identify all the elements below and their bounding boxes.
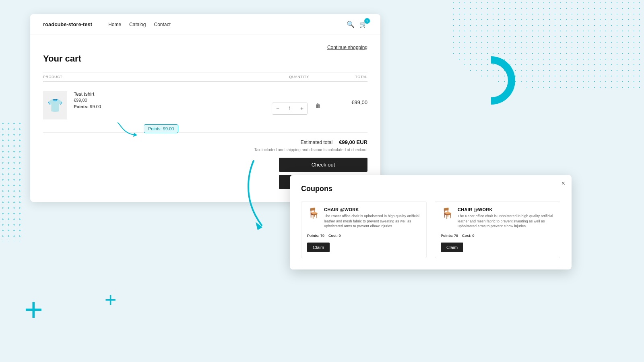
cart-item: 👕 Test tshirt €99,00 Points: 99.00 − + 🗑… xyxy=(43,86,367,124)
search-icon[interactable]: 🔍 xyxy=(347,21,355,28)
coupon-info-2: CHAIR @WORK The Racer office chair is up… xyxy=(458,207,554,229)
product-image: 👕 xyxy=(43,91,67,119)
background-cross-1: + xyxy=(24,294,43,326)
coupons-grid: 🪑 CHAIR @WORK The Racer office chair is … xyxy=(301,201,560,258)
coupon-desc-2: The Racer office chair is upholstered in… xyxy=(458,214,554,229)
cart-table-header: PRODUCT QUANTITY TOTAL xyxy=(43,72,367,82)
coupon-header-2: 🪑 CHAIR @WORK The Racer office chair is … xyxy=(441,207,554,229)
coupon-card-2: 🪑 CHAIR @WORK The Racer office chair is … xyxy=(435,201,560,258)
coupon-header-1: 🪑 CHAIR @WORK The Racer office chair is … xyxy=(307,207,421,229)
coupon-name-2: CHAIR @WORK xyxy=(458,207,554,212)
header-icons: 🔍 🛒 1 xyxy=(347,21,367,28)
points-callout-badge: Points: 99.00 xyxy=(144,124,178,133)
col-total-header: TOTAL xyxy=(327,75,367,79)
claim-button-2[interactable]: Claim xyxy=(441,243,463,252)
nav-home[interactable]: Home xyxy=(108,22,121,27)
coupon-name-1: CHAIR @WORK xyxy=(324,207,421,212)
checkout-button[interactable]: Check out xyxy=(279,158,367,172)
col-product-header: PRODUCT xyxy=(43,75,271,79)
nav-contact[interactable]: Contact xyxy=(154,22,170,27)
modal-close-button[interactable]: × xyxy=(561,180,565,187)
continue-shopping-link[interactable]: Continue shopping xyxy=(327,45,367,50)
navigation: Home Catalog Contact xyxy=(108,22,171,27)
nav-catalog[interactable]: Catalog xyxy=(129,22,146,27)
svg-marker-0 xyxy=(133,133,137,137)
coupon-meta-1: Points: 70 Cost: 0 xyxy=(307,234,421,238)
cart-icon[interactable]: 🛒 1 xyxy=(359,21,367,28)
estimated-label: Estimated total xyxy=(301,140,332,145)
background-cross-2: + xyxy=(105,290,116,310)
cart-badge: 1 xyxy=(364,18,370,24)
store-name: roadcube-store-test xyxy=(43,21,92,27)
coupon-desc-1: The Racer office chair is upholstered in… xyxy=(324,214,421,229)
chair-icon-2: 🪑 xyxy=(441,207,454,220)
tshirt-icon: 👕 xyxy=(47,98,63,113)
delete-item-button[interactable]: 🗑 xyxy=(315,103,321,109)
qty-decrease-button[interactable]: − xyxy=(272,103,283,114)
store-header: roadcube-store-test Home Catalog Contact… xyxy=(30,14,380,35)
product-name: Test tshirt xyxy=(74,91,265,97)
item-total: €99,00 xyxy=(327,99,367,105)
coupons-modal: × Coupons 🪑 CHAIR @WORK The Racer office… xyxy=(290,175,572,269)
col-quantity-header: QUANTITY xyxy=(271,75,327,79)
product-points: Points: 99.00 xyxy=(74,104,265,109)
coupon-meta-2: Points: 70 Cost: 0 xyxy=(441,234,554,238)
coupon-card-1: 🪑 CHAIR @WORK The Racer office chair is … xyxy=(301,201,427,258)
modal-title: Coupons xyxy=(301,185,560,193)
points-callout: Points: 99.00 xyxy=(116,121,178,137)
svg-marker-1 xyxy=(256,222,262,230)
quantity-controls: − + xyxy=(272,103,308,115)
qty-increase-button[interactable]: + xyxy=(296,103,308,114)
product-price: €99,00 xyxy=(74,98,265,103)
points-callout-arrow xyxy=(116,121,140,137)
cart-title: Your cart xyxy=(43,53,367,64)
background-dots-left xyxy=(0,121,24,241)
coupon-info-1: CHAIR @WORK The Racer office chair is up… xyxy=(324,207,421,229)
product-details: Test tshirt €99,00 Points: 99.00 xyxy=(74,91,265,109)
chair-icon-1: 🪑 xyxy=(307,207,320,220)
qty-input[interactable] xyxy=(283,106,296,111)
cart-window: roadcube-store-test Home Catalog Contact… xyxy=(30,14,380,202)
claim-button-1[interactable]: Claim xyxy=(307,243,330,252)
tax-note: Tax included and shipping and discounts … xyxy=(43,148,367,152)
estimated-value: €99,00 EUR xyxy=(339,139,367,145)
background-dots-top-right xyxy=(451,0,644,88)
